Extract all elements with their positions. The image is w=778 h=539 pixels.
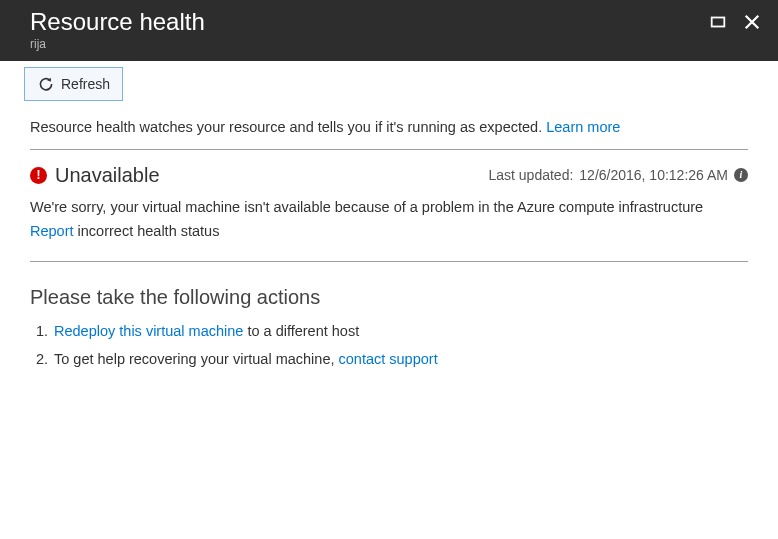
close-icon <box>743 13 761 31</box>
action-item-2: To get help recovering your virtual mach… <box>52 351 748 367</box>
refresh-button[interactable]: Refresh <box>24 67 123 101</box>
close-button[interactable] <box>742 12 762 32</box>
status-label: Unavailable <box>55 164 160 187</box>
contact-support-link[interactable]: contact support <box>339 351 438 367</box>
status-description: We're sorry, your virtual machine isn't … <box>30 197 748 217</box>
learn-more-link[interactable]: Learn more <box>546 119 620 135</box>
svg-rect-0 <box>712 18 725 27</box>
header-controls <box>708 8 762 32</box>
header-titles: Resource health rija <box>30 8 205 51</box>
maximize-button[interactable] <box>708 12 728 32</box>
status-left: ! Unavailable <box>30 164 160 187</box>
info-icon[interactable]: i <box>734 168 748 182</box>
actions-list: Redeploy this virtual machine to a diffe… <box>30 323 748 367</box>
blade-header: Resource health rija <box>0 0 778 61</box>
refresh-label: Refresh <box>61 76 110 92</box>
intro-text: Resource health watches your resource an… <box>30 119 748 150</box>
command-bar: Refresh <box>0 61 778 107</box>
report-line: Report incorrect health status <box>30 223 748 262</box>
page-title: Resource health <box>30 8 205 37</box>
report-rest: incorrect health status <box>74 223 220 239</box>
actions-title: Please take the following actions <box>30 286 748 309</box>
report-link[interactable]: Report <box>30 223 74 239</box>
maximize-icon <box>709 13 727 31</box>
status-row: ! Unavailable Last updated: 12/6/2016, 1… <box>30 164 748 187</box>
content: Resource health watches your resource an… <box>0 107 778 391</box>
last-updated-value: 12/6/2016, 10:12:26 AM <box>579 167 728 183</box>
page-subtitle: rija <box>30 37 205 51</box>
action-item-1: Redeploy this virtual machine to a diffe… <box>52 323 748 339</box>
error-icon: ! <box>30 167 47 184</box>
redeploy-link[interactable]: Redeploy this virtual machine <box>54 323 243 339</box>
last-updated: Last updated: 12/6/2016, 10:12:26 AM i <box>488 167 748 183</box>
refresh-icon <box>37 75 55 93</box>
last-updated-prefix: Last updated: <box>488 167 573 183</box>
